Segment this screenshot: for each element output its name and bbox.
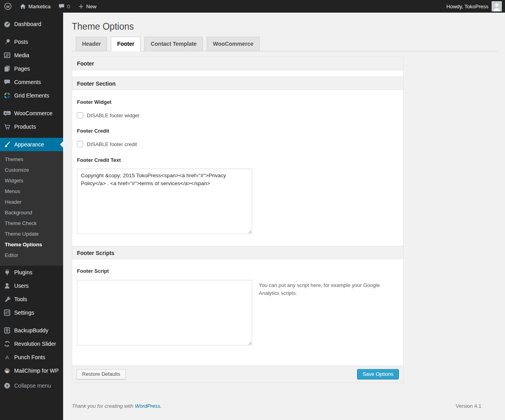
submenu-item-customize[interactable]: Customize (0, 165, 63, 176)
disable-footer-credit-checkbox[interactable] (77, 141, 83, 147)
section-header-footer-scripts: Footer Scripts (72, 246, 403, 259)
menu-separator (0, 319, 63, 324)
wordpress-logo-menu[interactable]: W (0, 0, 16, 13)
grid-icon (0, 92, 14, 99)
site-name-label: Marketica (28, 4, 50, 9)
letter-a-icon: A (0, 354, 14, 361)
sidebar-item-woocommerce[interactable]: Woo WooCommerce (0, 107, 63, 120)
mailchimp-icon (0, 367, 14, 374)
sidebar-item-posts[interactable]: Posts (0, 35, 63, 49)
sidebar-item-plugins[interactable]: Plugins (0, 266, 63, 279)
footer-credit-label: Footer Credit (77, 128, 398, 134)
sidebar-item-backupbuddy[interactable]: BackupBuddy (0, 324, 63, 337)
sidebar-item-appearance[interactable]: Appearance (0, 138, 63, 151)
thanks-prefix: Thank you for creating with (72, 403, 133, 409)
submenu-item-header[interactable]: Header (0, 197, 63, 208)
rotate-icon (0, 340, 14, 347)
version-label: Version 4.1 (456, 403, 481, 409)
comment-icon (0, 79, 14, 86)
comments-menu[interactable]: 0 (54, 0, 74, 13)
submenu-item-editor[interactable]: Editor (0, 250, 63, 261)
admin-sidebar: Dashboard Posts Media Pages Comments (0, 13, 63, 420)
disable-footer-credit-label: DISABLE footer credit (87, 141, 137, 147)
footer-script-help: You can put any script here, for example… (259, 280, 381, 297)
tab-header[interactable]: Header (76, 37, 107, 51)
pin-icon (0, 38, 14, 45)
sidebar-item-grid-elements[interactable]: Grid Elements (0, 89, 63, 102)
footer-widget-label: Footer Widget (77, 99, 398, 105)
submenu-item-background[interactable]: Background (0, 208, 63, 218)
tab-contact-template[interactable]: Contact Template (144, 37, 203, 51)
page-title: Theme Options (72, 13, 497, 32)
new-menu[interactable]: New (74, 0, 101, 13)
media-icon (0, 52, 14, 59)
home-icon (20, 3, 26, 9)
tab-bar: Header Footer Contact Template WooCommer… (72, 37, 497, 51)
wordpress-logo-icon: W (4, 2, 12, 10)
howdy-account-menu[interactable]: Howdy, TokoPress (447, 4, 488, 9)
sidebar-item-products[interactable]: Products (0, 120, 63, 133)
wrench-icon (0, 296, 14, 303)
footer-script-row: You can put any script here, for example… (77, 280, 398, 345)
appearance-submenu-container: Themes Customize Widgets Menus Header Ba… (0, 151, 63, 266)
menu-separator (0, 133, 63, 138)
sidebar-item-users[interactable]: Users (0, 279, 63, 292)
page-footer: Thank you for creating with WordPress. V… (72, 403, 481, 409)
submenu-item-themes[interactable]: Themes (0, 154, 63, 165)
submenu-item-theme-check[interactable]: Theme Check (0, 218, 63, 229)
site-name-menu[interactable]: Marketica (16, 0, 54, 13)
plug-icon (0, 269, 14, 276)
woocommerce-icon: Woo (0, 110, 14, 117)
panel-footer-bar: Restore Defaults Save Options (72, 366, 403, 382)
sidebar-item-revolution-slider[interactable]: Revolution Slider (0, 337, 63, 351)
tab-woocommerce[interactable]: WooCommerce (207, 37, 260, 51)
footer-credit-row: DISABLE footer credit (77, 141, 398, 147)
pages-icon (0, 65, 14, 72)
footer-widget-row: DISABLE footer widget (77, 112, 398, 118)
new-label: New (86, 4, 97, 9)
submenu-item-theme-options[interactable]: Theme Options (0, 240, 63, 250)
disable-footer-widget-label: DISABLE footer widget (87, 112, 139, 118)
svg-text:W: W (6, 4, 10, 9)
collapse-arrow-icon (0, 382, 14, 389)
tab-footer[interactable]: Footer (111, 37, 141, 51)
panel-gap (72, 70, 403, 77)
group-header-footer: Footer (72, 57, 403, 70)
submenu-item-menus[interactable]: Menus (0, 186, 63, 197)
submenu-item-widgets[interactable]: Widgets (0, 176, 63, 186)
footer-thanks-text: Thank you for creating with WordPress. (72, 403, 162, 409)
comments-count: 0 (67, 4, 70, 9)
main-content: Theme Options Header Footer Contact Temp… (63, 13, 505, 420)
menu-separator (0, 102, 63, 107)
user-icon (0, 282, 14, 289)
sidebar-item-dashboard[interactable]: Dashboard (0, 17, 63, 31)
sidebar-item-comments[interactable]: Comments (0, 75, 63, 89)
disable-footer-widget-checkbox[interactable] (77, 112, 83, 118)
appearance-submenu: Themes Customize Widgets Menus Header Ba… (0, 151, 63, 266)
cart-icon (0, 123, 14, 130)
footer-credit-text-label: Footer Credit Text (77, 157, 398, 163)
plus-icon (78, 4, 84, 9)
wordpress-link[interactable]: WordPress. (135, 403, 162, 409)
svg-text:A: A (5, 354, 9, 360)
sidebar-item-pages[interactable]: Pages (0, 62, 63, 75)
footer-script-textarea[interactable] (77, 280, 252, 345)
sliders-icon (0, 309, 14, 316)
footer-credit-text-textarea[interactable]: Copyright &copy; 2015 TokoPress<span><a … (77, 169, 252, 234)
sidebar-item-punch-fonts[interactable]: A Punch Fonts (0, 351, 63, 364)
comment-bubble-icon (58, 3, 65, 9)
collapse-menu-button[interactable]: Collapse menu (0, 379, 63, 392)
sidebar-item-mailchimp[interactable]: MailChimp for WP (0, 364, 63, 377)
sidebar-item-media[interactable]: Media (0, 49, 63, 62)
save-options-button[interactable]: Save Options (357, 369, 399, 379)
sidebar-item-settings[interactable]: Settings (0, 306, 63, 319)
menu-separator (0, 31, 63, 35)
avatar[interactable] (492, 1, 502, 11)
section-header-footer-section: Footer Section (72, 77, 403, 90)
submenu-item-theme-update[interactable]: Theme Update (0, 229, 63, 240)
sidebar-item-tools[interactable]: Tools (0, 292, 63, 306)
dashboard-icon (0, 21, 14, 28)
restore-defaults-button[interactable]: Restore Defaults (77, 369, 126, 379)
footer-script-label: Footer Script (77, 268, 398, 274)
backup-icon (0, 327, 14, 334)
